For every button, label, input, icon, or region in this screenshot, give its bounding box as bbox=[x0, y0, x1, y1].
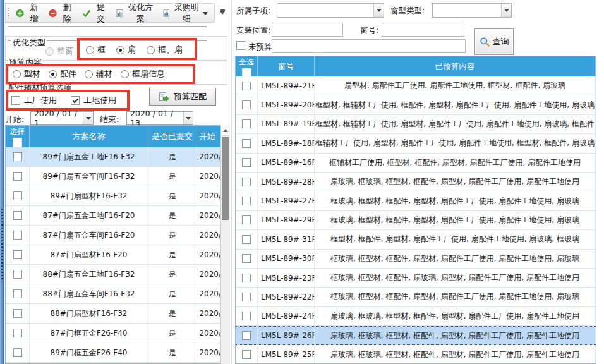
budget-table-row[interactable]: LM5L-89#-20F18框型材, 框辅材工厂使用, 框配件, 扇型材, 扇配… bbox=[236, 95, 596, 114]
budget-table-row[interactable]: LM5L-89#-26F24扇玻璃, 框玻璃, 框型材, 框配件, 扇型材, 扇… bbox=[236, 326, 596, 345]
budget-table-row[interactable]: LM5L-89#-19F17框型材, 框辅材工厂使用, 扇型材, 扇配件工厂使用… bbox=[236, 115, 596, 134]
budget-table-row[interactable]: LM5L-89#-27F25框玻璃, 框型材, 框配件, 扇型材, 扇配件工厂使… bbox=[236, 191, 596, 210]
plan-table-row[interactable]: 88#门扇型材F16-F32是2020/0 bbox=[6, 304, 227, 324]
row-checkbox[interactable] bbox=[242, 254, 251, 263]
budget-table-row[interactable]: LM5L-89#-18F16框辅材工厂使用, 扇型材, 扇配件工厂使用, 扇配件… bbox=[236, 134, 596, 153]
budget-table-row[interactable]: LM5L-89#-23F21框玻璃, 框型材, 框配件, 扇玻璃, 扇型材, 扇… bbox=[236, 269, 596, 288]
row-checkbox[interactable] bbox=[242, 293, 251, 301]
row-checkbox[interactable] bbox=[13, 270, 22, 279]
row-checkbox[interactable] bbox=[242, 235, 251, 244]
header-budget-content[interactable]: 已预算内容 bbox=[315, 56, 596, 76]
row-checkbox[interactable] bbox=[13, 231, 22, 240]
no-budget-checkbox[interactable] bbox=[236, 41, 245, 50]
checkbox-option[interactable]: 工地使用 bbox=[71, 95, 116, 106]
header-submitted[interactable]: 是否已提交 bbox=[148, 126, 196, 147]
budget-table-row[interactable]: LM5L-89#-22F20框玻璃, 框型材, 框配件, 扇型材, 扇配件工厂使… bbox=[236, 288, 596, 306]
select-all-checkbox[interactable] bbox=[13, 138, 22, 147]
scrollbar-thumb[interactable] bbox=[222, 136, 229, 220]
row-checkbox[interactable] bbox=[13, 191, 22, 200]
row-checkbox[interactable] bbox=[13, 250, 22, 259]
radio-option[interactable]: 框 bbox=[86, 44, 106, 56]
row-checkbox[interactable] bbox=[242, 158, 251, 167]
optimize-plan-button[interactable]: 优化方案 bbox=[112, 0, 158, 27]
row-checkbox[interactable] bbox=[13, 289, 22, 298]
toolbar-overflow-button[interactable] bbox=[217, 8, 227, 19]
collapsed-side-panel[interactable] bbox=[0, 0, 4, 364]
row-checkbox[interactable] bbox=[242, 119, 251, 128]
purchase-detail-button[interactable]: 采购明细 bbox=[159, 0, 212, 27]
plan-table-row[interactable]: 87#门框五金F26-F40是2020/0 bbox=[6, 324, 227, 343]
checkbox-label: 工地使用 bbox=[83, 95, 116, 106]
row-checkbox[interactable] bbox=[242, 82, 251, 90]
row-checkbox[interactable] bbox=[242, 139, 251, 148]
radio-option[interactable]: 扇 bbox=[116, 44, 136, 56]
plan-table-row[interactable]: 88#门扇五金工地F16-F32是2020/0 bbox=[6, 265, 227, 284]
row-checkbox[interactable] bbox=[13, 152, 22, 161]
dropdown-arrow-icon[interactable] bbox=[501, 4, 511, 17]
toolbar-grip[interactable] bbox=[8, 8, 9, 18]
end-date-picker[interactable]: 2020 / 01 / 13 bbox=[126, 111, 193, 125]
add-button[interactable]: 新增 bbox=[12, 0, 44, 27]
radio-option[interactable]: 框、扇 bbox=[147, 44, 183, 56]
row-checkbox[interactable] bbox=[242, 197, 251, 205]
sub-item-combo[interactable] bbox=[277, 3, 384, 18]
budget-table-row[interactable]: LM5L-89#-25F23扇玻璃, 框玻璃, 框型材, 框配件, 扇型材, 扇… bbox=[236, 345, 596, 364]
row-checkbox[interactable] bbox=[13, 172, 22, 181]
row-checkbox[interactable] bbox=[242, 331, 251, 340]
scroll-up-button[interactable] bbox=[221, 125, 230, 136]
window-no-input[interactable] bbox=[382, 23, 464, 37]
row-select-cell bbox=[6, 167, 30, 186]
plan-table-row[interactable]: 87#门扇五金工地F16-F20是2020/0 bbox=[6, 206, 227, 226]
plan-table-row[interactable]: 89#门扇五金车间F16-F32是2020/0 bbox=[6, 167, 227, 186]
row-checkbox[interactable] bbox=[242, 215, 251, 224]
row-checkbox[interactable] bbox=[242, 350, 251, 359]
dropdown-arrow-icon[interactable] bbox=[373, 4, 384, 17]
row-checkbox[interactable] bbox=[13, 329, 22, 337]
plan-table-row[interactable]: 89#门扇型材F16-F32是2020/0 bbox=[6, 186, 227, 206]
plan-table-row[interactable]: 87#门扇五金车间F16-F20是2020/0 bbox=[6, 226, 227, 245]
header-select-all[interactable]: 全选 bbox=[236, 56, 258, 76]
row-select-cell bbox=[6, 284, 30, 303]
row-checkbox[interactable] bbox=[242, 274, 251, 282]
no-budget-input[interactable] bbox=[272, 39, 466, 53]
row-checkbox[interactable] bbox=[242, 100, 251, 109]
budget-table-row[interactable]: LM5L-89#-28F26扇玻璃, 框玻璃, 框型材, 框配件, 扇型材, 扇… bbox=[236, 173, 596, 191]
row-checkbox[interactable] bbox=[242, 178, 251, 186]
budget-table-row[interactable]: LM5L-89#-16F15框辅材工厂使用, 框型材, 框配件, 扇型材, 扇配… bbox=[236, 154, 596, 173]
plan-table-scrollbar[interactable] bbox=[220, 125, 230, 364]
dropdown-arrow-icon[interactable] bbox=[83, 112, 93, 124]
budget-table-row[interactable]: LM5L-89#-21F19扇型材, 扇配件工厂使用, 扇配件工地使用, 框型材… bbox=[236, 76, 596, 95]
checkbox-icon bbox=[11, 96, 20, 105]
budget-table-row[interactable]: LM5L-89#-30F28框玻璃, 框型材, 框配件, 扇型材, 扇配件工厂使… bbox=[236, 250, 596, 269]
header-window-no[interactable]: 窗号 bbox=[258, 56, 315, 76]
radio-option[interactable]: 型材 bbox=[13, 68, 40, 80]
budget-match-button[interactable]: 预算匹配 bbox=[149, 88, 216, 106]
plan-table-row[interactable]: 89#门框五金F26-F40是2020/0 bbox=[6, 343, 227, 363]
delete-button[interactable]: 删除 bbox=[45, 0, 77, 27]
header-plan-name[interactable]: 方案名称 bbox=[30, 126, 148, 147]
submit-button[interactable]: 提交 bbox=[78, 0, 111, 27]
budget-table-row[interactable]: LM5L-89#-29F27框玻璃, 框型材, 框配件, 扇型材, 扇配件工厂使… bbox=[236, 211, 596, 230]
window-type-combo[interactable] bbox=[432, 3, 512, 18]
radio-option[interactable]: 配件 bbox=[49, 68, 76, 80]
budget-table-row[interactable]: LM5L-89#-24F22扇玻璃, 框玻璃, 框型材, 框配件, 扇型材, 扇… bbox=[236, 307, 596, 326]
plan-table-row[interactable]: 88#门扇五金车间F16-F32是2020/0 bbox=[6, 284, 227, 304]
dropdown-arrow-icon[interactable] bbox=[183, 112, 193, 124]
install-position-input[interactable] bbox=[272, 23, 343, 37]
splitter-grip[interactable] bbox=[1, 209, 3, 279]
radio-option[interactable]: 框扇信息 bbox=[121, 68, 165, 80]
header-select[interactable]: 选择 bbox=[6, 126, 30, 147]
budget-table-row[interactable]: LM5L-89#-31F29框型材, 框配件, 扇型材, 扇配件工厂使用, 扇配… bbox=[236, 230, 596, 249]
radio-option[interactable]: 辅材 bbox=[85, 68, 112, 80]
select-all-checkbox[interactable] bbox=[242, 68, 251, 76]
radio-label: 框 bbox=[97, 44, 106, 56]
checkbox-option[interactable]: 工厂使用 bbox=[11, 95, 57, 106]
plan-table-row[interactable]: 87#门扇型材F16-F20是2020/0 bbox=[6, 245, 227, 265]
query-button[interactable]: 查询 bbox=[474, 28, 514, 55]
row-checkbox[interactable] bbox=[13, 348, 22, 357]
start-date-picker[interactable]: 2020 / 01 / 1 bbox=[30, 111, 94, 125]
row-checkbox[interactable] bbox=[13, 211, 22, 220]
row-checkbox[interactable] bbox=[13, 309, 22, 318]
row-checkbox[interactable] bbox=[242, 312, 251, 320]
plan-table-row[interactable]: 89#门扇五金工地F16-F32是2020/0 bbox=[6, 147, 227, 167]
